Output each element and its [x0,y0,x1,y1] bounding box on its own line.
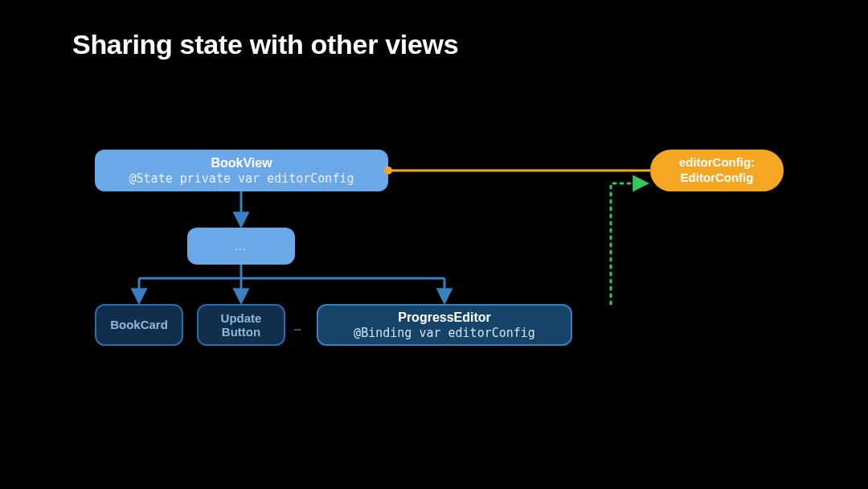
node-bookview: BookView @State private var editorConfig [95,150,388,191]
node-progress-editor: ProgressEditor @Binding var editorConfig [317,304,572,346]
ellipsis-separator: … [294,320,301,333]
node-title: BookCard [110,318,168,333]
node-update-button: Update Button [197,304,285,346]
node-subtitle: EditorConfig [681,171,754,186]
slide-title: Sharing state with other views [72,29,458,60]
node-subtitle: @Binding var editorConfig [354,326,535,341]
node-bookcard: BookCard [95,304,183,346]
node-title-line1: Update [221,311,262,325]
node-title: ProgressEditor [398,310,491,326]
node-title: editorConfig: [679,155,755,171]
slide: Sharing state with other views BookView … [0,0,868,489]
arrow-progeditor-to-editorconfig [611,183,646,304]
node-title-line2: Button [222,325,260,339]
node-title: BookView [211,155,272,171]
node-label: … [234,238,248,254]
arrows-overlay [0,0,868,489]
node-subtitle: @State private var editorConfig [129,171,354,187]
node-editorconfig: editorConfig: EditorConfig [650,150,784,191]
node-ellipsis: … [187,228,295,265]
